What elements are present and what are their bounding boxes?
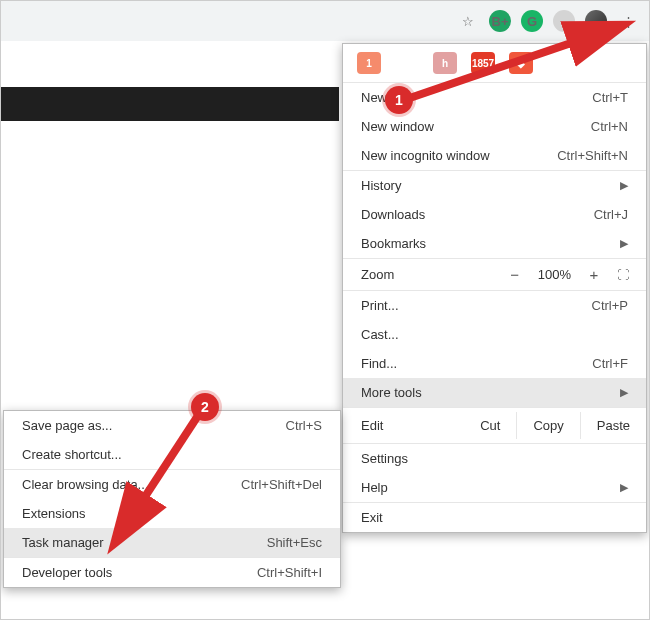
menu-item-label: New window [361,119,434,134]
chevron-right-icon: ▶ [620,481,628,494]
zoom-out-button[interactable]: − [504,266,526,283]
chrome-main-menu: 1 👁 h 1857 ◆ New Tab Ctrl+T New window C… [342,43,647,533]
chevron-right-icon: ▶ [620,179,628,192]
menu-item-label: More tools [361,385,422,400]
menu-item-shortcut: Ctrl+S [286,418,322,433]
more-tools-submenu: Save page as... Ctrl+S Create shortcut..… [3,410,341,588]
menu-item-shortcut: Ctrl+N [591,119,628,134]
menu-item-shortcut: Ctrl+P [592,298,628,313]
submenu-create-shortcut[interactable]: Create shortcut... [4,440,340,469]
chevron-right-icon: ▶ [620,386,628,399]
menu-edit-row: Edit Cut Copy Paste [343,408,646,443]
extension-h-icon[interactable]: h [433,52,457,74]
kebab-menu-icon[interactable]: ⋮ [617,10,639,32]
profile-avatar[interactable] [585,10,607,32]
menu-item-label: Clear browsing data... [22,477,148,492]
browser-toolbar: ☆ B+ G ⋮ [1,1,649,41]
menu-item-label: Settings [361,451,408,466]
gmail-badge-icon[interactable]: 1857 [471,52,495,74]
cut-button[interactable]: Cut [464,412,516,439]
menu-find[interactable]: Find... Ctrl+F [343,349,646,378]
bookmark-star-icon[interactable]: ☆ [457,10,479,32]
menu-downloads[interactable]: Downloads Ctrl+J [343,200,646,229]
menu-item-label: Save page as... [22,418,112,433]
menu-item-label: Downloads [361,207,425,222]
menu-item-shortcut: Ctrl+Shift+N [557,148,628,163]
menu-zoom-row: Zoom − 100% + ⛶ [343,259,646,290]
menu-item-shortcut: Ctrl+F [592,356,628,371]
menu-item-label: Extensions [22,506,86,521]
submenu-developer-tools[interactable]: Developer tools Ctrl+Shift+I [4,558,340,587]
menu-new-tab[interactable]: New Tab Ctrl+T [343,83,646,112]
menu-item-shortcut: Ctrl+J [594,207,628,222]
zoom-label: Zoom [361,267,492,282]
submenu-task-manager[interactable]: Task manager Shift+Esc [4,528,340,557]
privacy-eye-icon[interactable]: 👁 [395,52,419,74]
zoom-in-button[interactable]: + [583,266,605,283]
extension-robot-icon[interactable] [553,10,575,32]
menu-item-label: Create shortcut... [22,447,122,462]
chevron-right-icon: ▶ [620,237,628,250]
page-dark-banner [1,87,339,121]
menu-item-label: New Tab [361,90,411,105]
menu-item-shortcut: Shift+Esc [267,535,322,550]
menu-item-shortcut: Ctrl+Shift+Del [241,477,322,492]
menu-more-tools[interactable]: More tools ▶ [343,378,646,407]
menu-cast[interactable]: Cast... [343,320,646,349]
menu-item-label: Find... [361,356,397,371]
menu-new-window[interactable]: New window Ctrl+N [343,112,646,141]
menu-item-shortcut: Ctrl+Shift+I [257,565,322,580]
menu-item-label: Task manager [22,535,104,550]
menu-item-label: Cast... [361,327,399,342]
rss-icon[interactable]: ◆ [509,52,533,74]
copy-button[interactable]: Copy [516,412,579,439]
ghostery-icon[interactable]: 1 [357,52,381,74]
menu-history[interactable]: History ▶ [343,171,646,200]
menu-item-label: Help [361,480,388,495]
menu-item-label: Exit [361,510,383,525]
menu-item-label: Developer tools [22,565,112,580]
submenu-clear-browsing-data[interactable]: Clear browsing data... Ctrl+Shift+Del [4,470,340,499]
menu-item-label: Bookmarks [361,236,426,251]
extension-overflow-row: 1 👁 h 1857 ◆ [343,44,646,82]
menu-bookmarks[interactable]: Bookmarks ▶ [343,229,646,258]
zoom-value: 100% [538,267,571,282]
menu-exit[interactable]: Exit [343,503,646,532]
submenu-extensions[interactable]: Extensions [4,499,340,528]
menu-print[interactable]: Print... Ctrl+P [343,291,646,320]
extension-bplus-icon[interactable]: B+ [489,10,511,32]
menu-settings[interactable]: Settings [343,444,646,473]
menu-item-shortcut: Ctrl+T [592,90,628,105]
edit-label: Edit [361,418,464,433]
paste-button[interactable]: Paste [580,412,646,439]
menu-new-incognito[interactable]: New incognito window Ctrl+Shift+N [343,141,646,170]
menu-item-label: Print... [361,298,399,313]
extension-grammarly-icon[interactable]: G [521,10,543,32]
menu-item-label: New incognito window [361,148,490,163]
fullscreen-icon[interactable]: ⛶ [617,268,628,282]
menu-item-label: History [361,178,401,193]
menu-help[interactable]: Help ▶ [343,473,646,502]
submenu-save-page-as[interactable]: Save page as... Ctrl+S [4,411,340,440]
